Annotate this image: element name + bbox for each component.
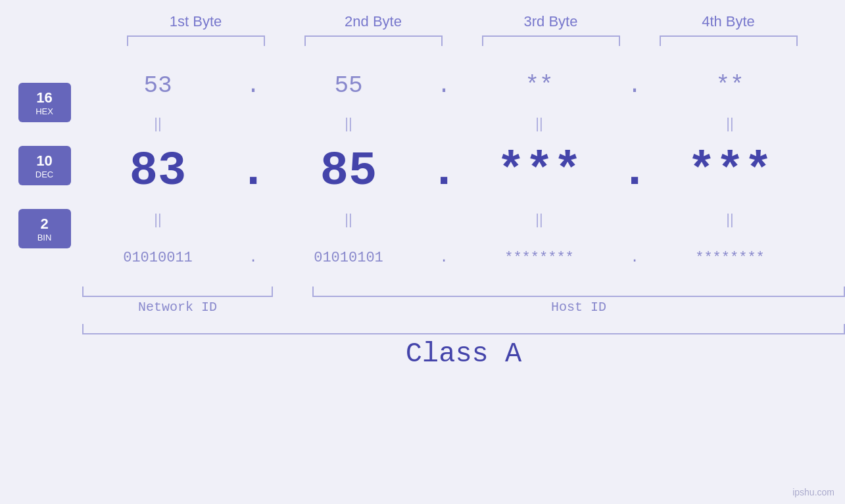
bin-b3: ******** [464,250,615,266]
hex-number: 16 [36,89,52,106]
labels-column: 16 HEX 10 DEC 2 BIN [0,59,82,248]
bin-b2: 01010101 [273,250,424,266]
eq1-b4: || [654,115,806,132]
host-id-bracket [312,286,845,297]
bin-dot1: . [233,250,273,266]
bin-dot3: . [615,250,654,266]
byte4-label: 4th Byte [653,13,804,30]
hex-b1: 53 [82,72,233,99]
eq-row-1: || || || || [82,112,845,135]
eq2-b3: || [464,211,615,228]
rows-area: 53 . 55 . ** . ** [82,59,845,370]
network-id-label: Network ID [82,300,273,315]
dec-dot3: . [615,145,654,198]
eq2-b1: || [82,211,233,228]
byte3-label: 3rd Byte [475,13,627,30]
id-labels: Network ID Host ID [82,300,845,315]
dec-dot2: . [424,145,464,198]
bracket-byte4 [660,35,798,46]
network-id-bracket [82,286,273,297]
hex-label: HEX [36,106,53,116]
eq1-b3: || [464,115,615,132]
dec-dot1: . [233,145,273,198]
dec-b2: 85 [273,145,424,198]
hex-badge: 16 HEX [18,83,71,122]
dec-number: 10 [36,152,52,170]
hex-row: 53 . 55 . ** . ** [82,59,845,112]
class-label: Class A [82,338,845,370]
id-labels-gap [273,300,312,315]
top-brackets [107,35,817,46]
byte2-label: 2nd Byte [298,13,449,30]
bracket-gap [273,286,312,297]
bracket-byte3 [482,35,620,46]
content-area: 16 HEX 10 DEC 2 BIN 53 . [0,59,845,370]
bottom-brackets [82,286,845,297]
dec-badge: 10 DEC [18,146,71,185]
hex-dot1: . [233,72,273,99]
watermark: ipshu.com [792,487,834,497]
eq1-b1: || [82,115,233,132]
eq1-b2: || [273,115,424,132]
dec-b3: *** [464,145,615,198]
hex-dot2: . [424,72,464,99]
bin-b1: 01010011 [82,250,233,266]
dec-b4: *** [654,145,806,198]
hex-b4: ** [654,72,806,99]
bin-dot2: . [424,250,464,266]
dec-label: DEC [36,170,53,179]
eq-row-2: || || || || [82,208,845,231]
bin-label: BIN [37,233,52,242]
bracket-byte1 [127,35,265,46]
dec-b1: 83 [82,145,233,198]
hex-b2: 55 [273,72,424,99]
eq2-b2: || [273,211,424,228]
dec-row: 83 . 85 . *** . *** [82,135,845,208]
host-id-label: Host ID [312,300,845,315]
byte-headers: 1st Byte 2nd Byte 3rd Byte 4th Byte [107,13,817,30]
bin-badge: 2 BIN [18,209,71,248]
hex-dot3: . [615,72,654,99]
bin-b4: ******** [654,250,806,266]
hex-b3: ** [464,72,615,99]
outer-bracket [82,324,845,334]
eq2-b4: || [654,211,806,228]
main-container: 1st Byte 2nd Byte 3rd Byte 4th Byte 16 H… [0,0,845,504]
bracket-byte2 [304,35,443,46]
bin-number: 2 [40,216,48,233]
byte1-label: 1st Byte [120,13,272,30]
bin-row: 01010011 . 01010101 . ******** . [82,231,845,284]
